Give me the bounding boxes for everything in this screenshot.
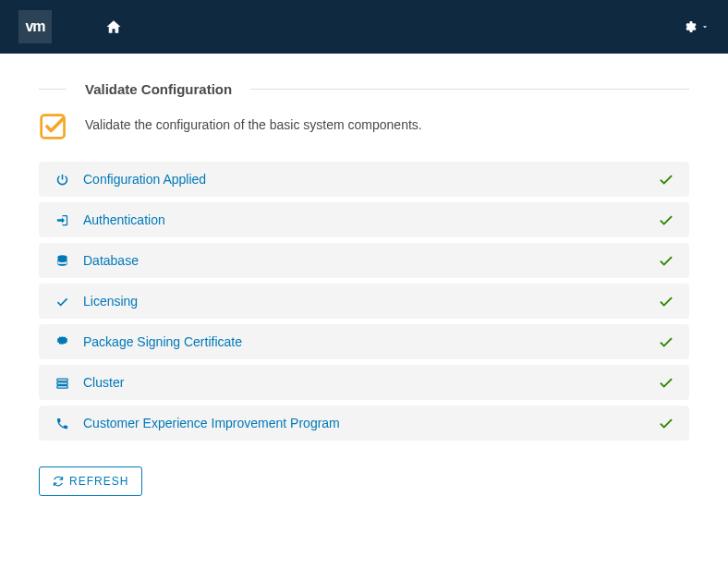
- validation-item-ceip[interactable]: Customer Experience Improvement Program: [39, 406, 689, 441]
- status-success-icon: [658, 212, 674, 228]
- section-title: Validate Configuration: [85, 81, 232, 97]
- phone-icon: [54, 417, 70, 430]
- database-icon: [54, 254, 70, 268]
- validation-left: Licensing: [54, 294, 138, 309]
- top-header: vm: [0, 0, 728, 54]
- status-success-icon: [658, 293, 674, 309]
- validation-item-database[interactable]: Database: [39, 243, 689, 278]
- vm-logo[interactable]: vm: [18, 10, 52, 43]
- header-left: vm: [18, 10, 122, 43]
- divider-left: [39, 89, 67, 90]
- validation-item-cluster[interactable]: Cluster: [39, 365, 689, 400]
- login-icon: [54, 213, 70, 227]
- validation-item-authentication[interactable]: Authentication: [39, 202, 689, 237]
- cluster-icon: [54, 376, 70, 390]
- validation-label: Cluster: [83, 375, 124, 390]
- check-icon: [54, 295, 70, 309]
- chevron-down-icon: [700, 22, 710, 31]
- svg-rect-0: [42, 115, 65, 139]
- status-success-icon: [658, 171, 674, 188]
- validation-label: Licensing: [83, 294, 138, 309]
- validation-item-package-signing[interactable]: Package Signing Certificate: [39, 324, 689, 359]
- home-icon[interactable]: [105, 18, 122, 35]
- validation-label: Configuration Applied: [83, 172, 206, 187]
- svg-rect-3: [56, 381, 67, 384]
- validation-label: Package Signing Certificate: [83, 334, 242, 349]
- svg-rect-4: [56, 385, 67, 388]
- divider-right: [250, 89, 689, 90]
- check-square-icon: [39, 112, 68, 141]
- validation-left: Package Signing Certificate: [54, 334, 242, 349]
- validation-item-configuration-applied[interactable]: Configuration Applied: [39, 162, 689, 197]
- gear-icon: [682, 19, 697, 34]
- refresh-label: REFRESH: [69, 475, 128, 488]
- section-description: Validate the configuration of the basic …: [85, 112, 422, 132]
- validation-left: Authentication: [54, 212, 165, 227]
- refresh-icon: [53, 476, 64, 487]
- status-success-icon: [658, 374, 674, 391]
- validation-left: Configuration Applied: [54, 172, 206, 187]
- main-content: Validate Configuration Validate the conf…: [0, 54, 728, 524]
- validation-left: Database: [54, 253, 139, 268]
- description-row: Validate the configuration of the basic …: [39, 112, 689, 141]
- validation-item-licensing[interactable]: Licensing: [39, 284, 689, 319]
- validation-label: Customer Experience Improvement Program: [83, 416, 340, 430]
- validation-left: Cluster: [54, 375, 124, 390]
- validation-label: Database: [83, 253, 139, 268]
- refresh-button[interactable]: REFRESH: [39, 466, 142, 496]
- status-success-icon: [658, 252, 674, 269]
- status-success-icon: [658, 415, 674, 431]
- validation-label: Authentication: [83, 212, 165, 227]
- svg-rect-2: [56, 379, 67, 381]
- section-header: Validate Configuration: [39, 81, 689, 97]
- validation-left: Customer Experience Improvement Program: [54, 416, 340, 430]
- settings-menu[interactable]: [682, 19, 710, 34]
- power-icon: [54, 173, 70, 187]
- vm-logo-text: vm: [25, 18, 44, 35]
- certificate-icon: [54, 335, 70, 349]
- validation-list: Configuration Applied Authentication: [39, 162, 689, 441]
- status-success-icon: [658, 333, 674, 350]
